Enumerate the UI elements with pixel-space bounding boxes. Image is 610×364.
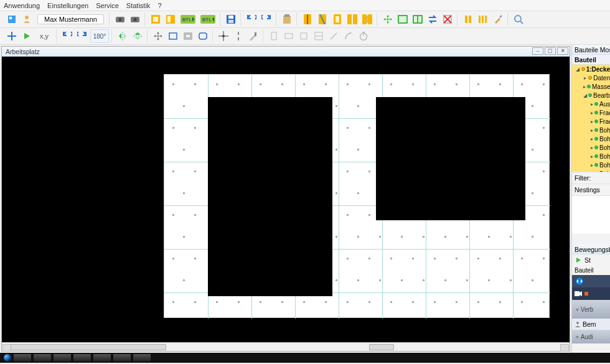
suction-cup-hole <box>444 279 446 281</box>
suction-cup-hole <box>347 170 349 172</box>
brush-icon[interactable] <box>491 12 505 26</box>
rect-tool-icon[interactable] <box>166 29 180 43</box>
outline-a-icon[interactable] <box>267 29 281 43</box>
task-item[interactable] <box>93 354 111 362</box>
rotate-180-button[interactable]: 180° <box>90 29 109 43</box>
tree-root[interactable]: ◢1:Decke <box>573 65 610 73</box>
suction-cup-hole <box>172 127 174 129</box>
play-small-icon[interactable] <box>574 256 583 264</box>
tree-item[interactable]: ▸Bohrf <box>573 143 610 152</box>
taskbar[interactable] <box>0 353 610 363</box>
clipboard-icon[interactable] <box>280 12 294 26</box>
remote-dock <box>572 275 610 287</box>
app-icon[interactable] <box>5 12 19 26</box>
task-item[interactable] <box>113 354 131 362</box>
tree-item[interactable]: ▸Bohrf <box>573 169 610 172</box>
layout-green-1-icon[interactable] <box>396 12 410 26</box>
menu-einstellungen[interactable]: Einstellungen <box>47 2 88 9</box>
minimize-icon[interactable]: – <box>532 47 543 55</box>
outline-b-icon[interactable] <box>282 29 296 43</box>
bem-label: Bem <box>583 320 596 328</box>
btl-import-icon[interactable]: BTL <box>179 12 197 26</box>
camera-icon-2[interactable] <box>128 12 142 26</box>
horizontal-scrollbar[interactable] <box>2 342 570 351</box>
play-icon[interactable] <box>20 29 34 43</box>
rect-round-icon[interactable] <box>196 29 210 43</box>
menu-service[interactable]: Service <box>96 2 119 9</box>
camera-icon-1[interactable] <box>113 12 127 26</box>
task-item[interactable] <box>14 354 31 362</box>
nestings-label[interactable]: Nestings <box>572 184 610 196</box>
suction-cup-hole <box>510 279 512 281</box>
cutout-right <box>376 97 525 220</box>
tree-item[interactable]: ▸Bohrf <box>573 134 610 143</box>
v-break-icon[interactable] <box>232 29 245 43</box>
tree-item[interactable]: ▸Bohrf <box>573 152 610 161</box>
mirror-h-icon[interactable] <box>131 29 144 43</box>
task-item[interactable] <box>133 354 151 362</box>
swap-blue-icon[interactable] <box>426 12 439 26</box>
op-icon-c4[interactable] <box>345 12 359 26</box>
op-icon-c2[interactable] <box>316 12 329 26</box>
svg-rect-8 <box>153 17 158 22</box>
tree-item[interactable]: ▸Masse <box>573 82 610 91</box>
tree-item[interactable]: ▸Daten <box>573 73 610 82</box>
nested-panel[interactable] <box>164 74 550 318</box>
op-icon-c1[interactable] <box>301 12 314 26</box>
save-icon[interactable] <box>224 12 238 26</box>
workspace-canvas[interactable] <box>2 57 570 342</box>
suction-cup-hole <box>543 170 545 172</box>
collapse-audi[interactable]: ▾ Audi <box>572 330 610 343</box>
workspace-titlebar: Arbeitsplatz – ▢ ✕ <box>2 47 570 57</box>
stopwatch-icon[interactable] <box>357 29 370 43</box>
undo-icon[interactable] <box>245 12 258 26</box>
collapse-verb[interactable]: ▾ Verb <box>572 300 610 319</box>
move-arrows-icon[interactable] <box>381 12 395 26</box>
tree-item[interactable]: ▸Bohrf <box>573 161 610 169</box>
line-icon[interactable] <box>327 29 340 43</box>
xlink-icon[interactable] <box>441 12 454 26</box>
svg-rect-28 <box>362 14 367 24</box>
parts-tree[interactable]: ◢1:Decke▸Daten▸Masse◢Bearbeitu▸Ausse▸Fra… <box>572 65 610 172</box>
tree-item[interactable]: ▸Fraes <box>573 108 610 117</box>
tree-item[interactable]: ▸Bohrf <box>573 126 610 134</box>
tree-item[interactable]: ◢Bearbeitu <box>573 91 610 100</box>
task-item[interactable] <box>54 354 71 362</box>
op-icon-c5[interactable] <box>360 12 374 26</box>
task-item[interactable] <box>73 354 91 362</box>
redo-icon[interactable] <box>260 12 273 26</box>
nestings-area[interactable] <box>572 196 610 233</box>
close-icon[interactable]: ✕ <box>557 47 568 55</box>
user-icon[interactable] <box>20 12 34 26</box>
maximize-icon[interactable]: ▢ <box>545 47 556 55</box>
op-icon-c3[interactable] <box>331 12 344 26</box>
rect-outline-icon[interactable] <box>181 29 195 43</box>
btl-export-icon[interactable]: BTL <box>199 12 217 26</box>
tree-item[interactable]: ▸Fraes <box>573 117 610 126</box>
task-item[interactable] <box>34 354 51 362</box>
layout-green-2-icon[interactable] <box>411 12 425 26</box>
move-arrows-2-icon[interactable] <box>151 29 165 43</box>
support-yellow-2-icon[interactable] <box>476 12 490 26</box>
tree-item[interactable]: ▸Ausse <box>573 100 610 108</box>
suction-cup-hole <box>281 301 283 303</box>
undo-small-icon[interactable] <box>60 29 74 43</box>
menu-statistik[interactable]: Statistik <box>126 2 151 9</box>
xy-coords-button[interactable]: x,y <box>35 29 54 43</box>
arc-icon[interactable] <box>342 29 355 43</box>
outline-d-icon[interactable] <box>312 29 326 43</box>
videocam-icon[interactable] <box>575 291 582 297</box>
knife-icon[interactable] <box>246 29 260 43</box>
cross-target-icon[interactable] <box>217 29 230 43</box>
menu-help[interactable]: ? <box>157 2 161 9</box>
panel-icon-1[interactable] <box>149 12 162 26</box>
mirror-v-icon[interactable] <box>116 29 129 43</box>
magnify-icon[interactable] <box>512 12 525 26</box>
start-orb-icon[interactable] <box>4 354 11 362</box>
redo-small-icon[interactable] <box>75 29 89 43</box>
support-yellow-1-icon[interactable] <box>461 12 475 26</box>
menu-anwendung[interactable]: Anwendung <box>4 2 40 9</box>
panel-icon-2[interactable] <box>164 12 177 26</box>
cross-marker-icon[interactable] <box>5 29 19 43</box>
outline-c-icon[interactable] <box>297 29 311 43</box>
